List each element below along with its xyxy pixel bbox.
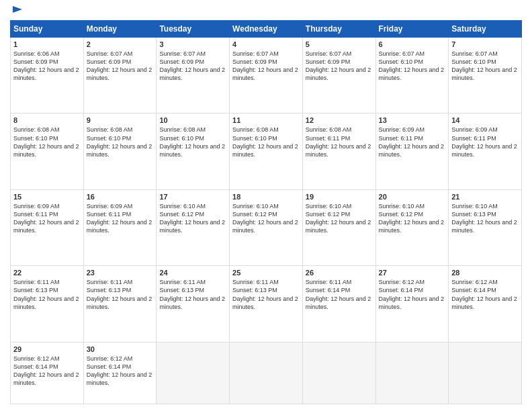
day-info: Sunrise: 6:08 AMSunset: 6:10 PMDaylight:… — [232, 126, 298, 157]
calendar-cell: 5 Sunrise: 6:07 AMSunset: 6:09 PMDayligh… — [302, 38, 375, 113]
day-number: 21 — [451, 193, 519, 201]
day-info: Sunrise: 6:08 AMSunset: 6:10 PMDaylight:… — [87, 126, 152, 157]
calendar-cell: 22 Sunrise: 6:11 AMSunset: 6:13 PMDaylig… — [11, 266, 84, 342]
calendar-cell — [157, 342, 230, 404]
day-number: 18 — [232, 193, 300, 201]
day-info: Sunrise: 6:07 AMSunset: 6:09 PMDaylight:… — [306, 50, 371, 81]
day-info: Sunrise: 6:06 AMSunset: 6:09 PMDaylight:… — [13, 50, 79, 81]
calendar-cell — [302, 342, 375, 404]
calendar-cell: 16 Sunrise: 6:09 AMSunset: 6:11 PMDaylig… — [83, 189, 157, 265]
calendar-cell: 13 Sunrise: 6:09 AMSunset: 6:11 PMDaylig… — [375, 113, 449, 189]
calendar-cell — [230, 342, 303, 404]
day-number: 27 — [379, 269, 446, 277]
day-number: 10 — [159, 116, 226, 124]
day-number: 16 — [87, 193, 154, 201]
calendar-cell: 17 Sunrise: 6:10 AMSunset: 6:12 PMDaylig… — [157, 189, 230, 265]
header — [10, 7, 522, 16]
calendar-cell — [449, 342, 522, 404]
weekday-header-saturday: Saturday — [449, 21, 522, 38]
calendar-cell: 29 Sunrise: 6:12 AMSunset: 6:14 PMDaylig… — [11, 342, 84, 404]
day-number: 25 — [232, 269, 300, 277]
calendar-cell: 15 Sunrise: 6:09 AMSunset: 6:11 PMDaylig… — [11, 189, 84, 265]
calendar-cell: 10 Sunrise: 6:08 AMSunset: 6:10 PMDaylig… — [157, 113, 230, 189]
day-info: Sunrise: 6:08 AMSunset: 6:10 PMDaylight:… — [13, 126, 79, 157]
calendar-header-row: SundayMondayTuesdayWednesdayThursdayFrid… — [11, 21, 522, 38]
day-info: Sunrise: 6:10 AMSunset: 6:12 PMDaylight:… — [232, 203, 298, 234]
calendar-cell: 7 Sunrise: 6:07 AMSunset: 6:10 PMDayligh… — [449, 38, 522, 113]
day-number: 4 — [232, 40, 300, 48]
day-number: 19 — [306, 193, 373, 201]
calendar-cell: 9 Sunrise: 6:08 AMSunset: 6:10 PMDayligh… — [83, 113, 157, 189]
page: SundayMondayTuesdayWednesdayThursdayFrid… — [0, 0, 532, 411]
calendar-cell: 19 Sunrise: 6:10 AMSunset: 6:12 PMDaylig… — [302, 189, 375, 265]
calendar-cell: 26 Sunrise: 6:11 AMSunset: 6:14 PMDaylig… — [302, 266, 375, 342]
day-info: Sunrise: 6:10 AMSunset: 6:12 PMDaylight:… — [159, 203, 225, 234]
calendar-cell: 8 Sunrise: 6:08 AMSunset: 6:10 PMDayligh… — [11, 113, 84, 189]
day-number: 17 — [159, 193, 226, 201]
day-info: Sunrise: 6:09 AMSunset: 6:11 PMDaylight:… — [451, 126, 517, 157]
logo-flag-icon — [11, 4, 24, 17]
day-number: 20 — [379, 193, 446, 201]
day-info: Sunrise: 6:09 AMSunset: 6:11 PMDaylight:… — [13, 203, 79, 234]
weekday-header-monday: Monday — [83, 21, 157, 38]
day-number: 1 — [13, 40, 81, 48]
calendar-week-row: 22 Sunrise: 6:11 AMSunset: 6:13 PMDaylig… — [11, 266, 522, 342]
day-info: Sunrise: 6:10 AMSunset: 6:13 PMDaylight:… — [451, 203, 517, 234]
day-info: Sunrise: 6:12 AMSunset: 6:14 PMDaylight:… — [451, 279, 517, 310]
calendar-cell: 2 Sunrise: 6:07 AMSunset: 6:09 PMDayligh… — [83, 38, 157, 113]
day-number: 12 — [306, 116, 373, 124]
day-number: 15 — [13, 193, 81, 201]
day-info: Sunrise: 6:09 AMSunset: 6:11 PMDaylight:… — [87, 203, 152, 234]
weekday-header-wednesday: Wednesday — [230, 21, 303, 38]
logo — [10, 7, 24, 16]
calendar-cell: 4 Sunrise: 6:07 AMSunset: 6:09 PMDayligh… — [230, 38, 303, 113]
day-info: Sunrise: 6:12 AMSunset: 6:14 PMDaylight:… — [379, 279, 445, 310]
calendar-cell: 20 Sunrise: 6:10 AMSunset: 6:12 PMDaylig… — [375, 189, 449, 265]
day-info: Sunrise: 6:11 AMSunset: 6:13 PMDaylight:… — [159, 279, 225, 310]
day-info: Sunrise: 6:08 AMSunset: 6:11 PMDaylight:… — [306, 126, 371, 157]
day-info: Sunrise: 6:11 AMSunset: 6:13 PMDaylight:… — [87, 279, 152, 310]
day-number: 13 — [379, 116, 446, 124]
calendar-cell — [375, 342, 449, 404]
day-number: 9 — [87, 116, 154, 124]
day-number: 22 — [13, 269, 81, 277]
day-number: 11 — [232, 116, 300, 124]
day-info: Sunrise: 6:12 AMSunset: 6:14 PMDaylight:… — [87, 355, 152, 386]
day-info: Sunrise: 6:11 AMSunset: 6:14 PMDaylight:… — [306, 279, 371, 310]
calendar-table: SundayMondayTuesdayWednesdayThursdayFrid… — [10, 20, 522, 404]
day-info: Sunrise: 6:07 AMSunset: 6:09 PMDaylight:… — [232, 50, 298, 81]
day-info: Sunrise: 6:07 AMSunset: 6:09 PMDaylight:… — [87, 50, 152, 81]
calendar-cell: 12 Sunrise: 6:08 AMSunset: 6:11 PMDaylig… — [302, 113, 375, 189]
day-number: 29 — [13, 345, 81, 353]
day-info: Sunrise: 6:09 AMSunset: 6:11 PMDaylight:… — [379, 126, 445, 157]
calendar-cell: 25 Sunrise: 6:11 AMSunset: 6:13 PMDaylig… — [230, 266, 303, 342]
day-number: 6 — [379, 40, 446, 48]
calendar-cell: 14 Sunrise: 6:09 AMSunset: 6:11 PMDaylig… — [449, 113, 522, 189]
day-info: Sunrise: 6:12 AMSunset: 6:14 PMDaylight:… — [13, 355, 79, 386]
calendar-cell: 11 Sunrise: 6:08 AMSunset: 6:10 PMDaylig… — [230, 113, 303, 189]
day-number: 23 — [87, 269, 154, 277]
calendar-cell: 21 Sunrise: 6:10 AMSunset: 6:13 PMDaylig… — [449, 189, 522, 265]
calendar-cell: 18 Sunrise: 6:10 AMSunset: 6:12 PMDaylig… — [230, 189, 303, 265]
calendar-cell: 1 Sunrise: 6:06 AMSunset: 6:09 PMDayligh… — [11, 38, 84, 113]
day-number: 28 — [451, 269, 519, 277]
day-number: 30 — [87, 345, 154, 353]
day-info: Sunrise: 6:10 AMSunset: 6:12 PMDaylight:… — [379, 203, 445, 234]
day-info: Sunrise: 6:08 AMSunset: 6:10 PMDaylight:… — [159, 126, 225, 157]
day-info: Sunrise: 6:11 AMSunset: 6:13 PMDaylight:… — [13, 279, 79, 310]
calendar-cell: 28 Sunrise: 6:12 AMSunset: 6:14 PMDaylig… — [449, 266, 522, 342]
day-number: 8 — [13, 116, 81, 124]
day-info: Sunrise: 6:07 AMSunset: 6:09 PMDaylight:… — [159, 50, 225, 81]
calendar-week-row: 1 Sunrise: 6:06 AMSunset: 6:09 PMDayligh… — [11, 38, 522, 113]
calendar-cell: 27 Sunrise: 6:12 AMSunset: 6:14 PMDaylig… — [375, 266, 449, 342]
day-number: 26 — [306, 269, 373, 277]
day-number: 7 — [451, 40, 519, 48]
weekday-header-thursday: Thursday — [302, 21, 375, 38]
calendar-week-row: 29 Sunrise: 6:12 AMSunset: 6:14 PMDaylig… — [11, 342, 522, 404]
svg-marker-0 — [13, 6, 22, 13]
calendar-cell: 24 Sunrise: 6:11 AMSunset: 6:13 PMDaylig… — [157, 266, 230, 342]
weekday-header-friday: Friday — [375, 21, 449, 38]
day-number: 3 — [159, 40, 226, 48]
day-number: 24 — [159, 269, 226, 277]
day-info: Sunrise: 6:07 AMSunset: 6:10 PMDaylight:… — [379, 50, 445, 81]
